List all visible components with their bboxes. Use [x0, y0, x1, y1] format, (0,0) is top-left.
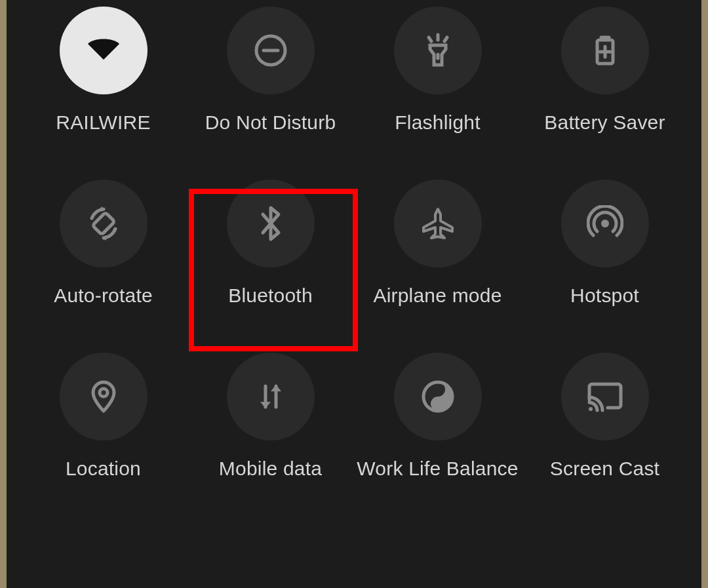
- screen-cast-icon: [585, 380, 625, 413]
- tiles-grid: RAILWIRE Do Not Disturb: [7, 0, 701, 480]
- dnd-icon: [252, 32, 289, 69]
- svg-line-4: [444, 37, 447, 41]
- bluetooth-icon: [255, 205, 286, 242]
- tile-label: Do Not Disturb: [205, 111, 336, 134]
- tile-label: Hotspot: [570, 284, 639, 307]
- svg-point-12: [100, 389, 108, 397]
- tile-location: Location: [20, 353, 187, 480]
- tile-label: Work Life Balance: [357, 458, 518, 480]
- mobile-data-toggle[interactable]: [227, 353, 315, 441]
- battery-saver-toggle[interactable]: [561, 7, 649, 94]
- auto-rotate-icon: [85, 205, 122, 242]
- tile-flashlight: Flashlight: [354, 7, 521, 134]
- tile-auto-rotate: Auto-rotate: [20, 180, 187, 307]
- wifi-icon: [83, 29, 125, 71]
- tile-label: Auto-rotate: [54, 284, 153, 307]
- airplane-toggle[interactable]: [394, 180, 482, 267]
- tile-dnd: Do Not Disturb: [187, 7, 354, 134]
- flashlight-toggle[interactable]: [394, 7, 482, 94]
- hotspot-icon: [587, 205, 623, 242]
- location-icon: [88, 378, 119, 415]
- quick-settings-panel: RAILWIRE Do Not Disturb: [7, 0, 701, 588]
- location-toggle[interactable]: [60, 353, 148, 441]
- svg-point-16: [589, 407, 593, 411]
- screen-cast-toggle[interactable]: [561, 353, 649, 441]
- dnd-toggle[interactable]: [227, 7, 315, 94]
- tile-bluetooth: Bluetooth: [187, 180, 354, 307]
- tile-screen-cast: Screen Cast: [521, 353, 688, 480]
- tile-label: Screen Cast: [550, 458, 659, 480]
- wifi-toggle[interactable]: [60, 7, 148, 94]
- flashlight-icon: [420, 32, 456, 69]
- airplane-icon: [420, 205, 456, 242]
- tile-label: Bluetooth: [228, 284, 313, 307]
- tile-wlb: Work Life Balance: [354, 353, 521, 480]
- tile-label: Mobile data: [219, 458, 322, 480]
- tile-label: Flashlight: [395, 111, 480, 134]
- tile-label: Location: [66, 458, 141, 480]
- svg-rect-10: [92, 212, 115, 235]
- battery-saver-icon: [587, 32, 623, 69]
- wlb-icon: [421, 380, 455, 414]
- tile-mobile-data: Mobile data: [187, 353, 354, 480]
- tile-wifi: RAILWIRE: [20, 7, 187, 134]
- tile-battery-saver: Battery Saver: [521, 7, 688, 134]
- wlb-toggle[interactable]: [394, 353, 482, 441]
- mobile-data-icon: [252, 378, 289, 415]
- tile-airplane: Airplane mode: [354, 180, 521, 307]
- svg-line-3: [429, 37, 431, 41]
- tile-label: Battery Saver: [544, 111, 665, 134]
- hotspot-toggle[interactable]: [561, 180, 649, 267]
- svg-point-11: [601, 220, 609, 227]
- tile-label: RAILWIRE: [56, 111, 150, 134]
- tile-hotspot: Hotspot: [521, 180, 688, 307]
- tile-label: Airplane mode: [373, 284, 502, 307]
- auto-rotate-toggle[interactable]: [60, 180, 148, 267]
- bluetooth-toggle[interactable]: [227, 180, 315, 267]
